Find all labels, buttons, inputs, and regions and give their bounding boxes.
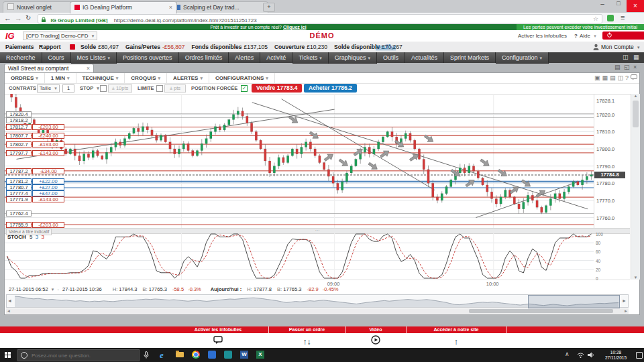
my-account-menu[interactable]: Mon Compte ▾ (593, 42, 640, 53)
chart-menu-croquis[interactable]: CROQUIS▾ (125, 73, 167, 83)
vertical-scrollbar[interactable]: ▲ ▼ (631, 94, 640, 280)
feedback-bubble-icon[interactable] (631, 74, 637, 82)
chart-menu-alertes[interactable]: ALERTES▾ (167, 73, 209, 83)
nav-item-configuration[interactable]: Configuration▾ (496, 52, 549, 64)
account-selector[interactable]: [CFD Trading] Demo-CFD ▾ (23, 32, 97, 40)
help-link[interactable]: Aide ▾ (580, 33, 596, 39)
nav-item-graphiques[interactable]: Graphiques▾ (329, 52, 377, 64)
module-tab-close-icon[interactable]: × (87, 64, 90, 72)
window-maximize-button[interactable]: □ (610, 0, 627, 12)
apps-icon[interactable]: ◫ (623, 54, 629, 60)
size-select[interactable]: Taille ▾ (37, 84, 60, 93)
order-level[interactable]: 17762.4 (6, 210, 32, 217)
chart-menu-technique[interactable]: TECHNIQUE▾ (76, 73, 125, 83)
limit-distance-field[interactable]: ± pts (164, 84, 186, 93)
updown-icon[interactable]: ↑↓ (302, 335, 313, 346)
notification-center-icon[interactable] (636, 352, 643, 359)
word-icon[interactable]: W (240, 351, 248, 359)
scroll-down-icon[interactable]: ▼ (631, 276, 640, 280)
chart-style-icon[interactable]: ▦ (602, 74, 608, 82)
size-stepper[interactable]: 1 (62, 84, 74, 93)
bookmark-star-icon[interactable]: ☆ (593, 15, 598, 23)
order-level[interactable]: 17802.7-£193.00 (6, 141, 64, 147)
cortana-search[interactable] (17, 349, 140, 361)
app-blue-icon[interactable] (208, 351, 216, 359)
nav-item-activit-[interactable]: Activité (260, 52, 292, 63)
tooltips-link[interactable]: Activer les infobulles (518, 33, 567, 39)
chart-menu-1-min[interactable]: 1 MIN▾ (45, 73, 76, 83)
footer-action-2[interactable]: Passer un ordre (268, 326, 346, 333)
nav-item-positions-ouvertes[interactable]: Positions ouvertes (117, 52, 179, 63)
grid-icon[interactable]: ▦ (633, 54, 639, 60)
order-level[interactable]: 17820.4 (6, 111, 32, 117)
url-text[interactable]: https://demo-deal.ig.com/platform/index.… (114, 17, 257, 23)
modify-link[interactable]: Modifier (376, 42, 396, 52)
sell-button[interactable]: Vendre 17783.4 (252, 84, 302, 93)
order-level[interactable]: 17777.4+£47.00 (6, 190, 64, 196)
new-tab-button[interactable]: + (263, 3, 275, 12)
help-icon[interactable]: ? (625, 74, 629, 82)
order-level[interactable]: 17787.2-£34.00 (6, 168, 64, 174)
start-button[interactable] (5, 352, 11, 358)
order-level[interactable]: 17812.7-£203.00 (6, 124, 64, 130)
nav-item-recherche[interactable]: Recherche (0, 52, 42, 63)
up-icon[interactable]: ↑ (451, 335, 462, 346)
close-workspace-icon[interactable]: × (633, 64, 637, 70)
chart-menu-configurations[interactable]: CONFIGURATIONS▾ (209, 73, 275, 83)
chat-icon[interactable] (213, 335, 223, 346)
navigator-window[interactable] (528, 295, 620, 308)
hscroll-left-icon[interactable]: ◄ (7, 308, 11, 314)
nav-item-alertes[interactable]: Alertes (229, 52, 260, 63)
nav-item-sprint-markets[interactable]: Sprint Markets (444, 52, 496, 63)
chart-menu-ordres[interactable]: ORDRES▾ (5, 73, 45, 83)
window-minimize-button[interactable]: – (594, 0, 610, 12)
chevron-down-icon[interactable]: ▾ (52, 287, 54, 292)
limit-checkbox[interactable] (156, 85, 163, 92)
hscroll-right-icon[interactable]: ► (624, 308, 628, 314)
report-link[interactable]: Rapport (39, 42, 61, 52)
order-level[interactable]: 17755.9-£203.00 (6, 222, 64, 228)
back-icon[interactable]: ← (4, 14, 11, 22)
scroll-thumb[interactable] (633, 101, 639, 127)
nav-right-icon[interactable]: ► (622, 298, 627, 303)
promo-link[interactable]: Cliquez ici (283, 25, 307, 29)
nav-left-icon[interactable]: ◄ (7, 298, 12, 303)
nav-item-tickets[interactable]: Tickets▾ (292, 52, 329, 64)
tab-close-icon[interactable]: × (169, 2, 172, 13)
nav-item-actualit-s[interactable]: Actualités (405, 52, 444, 63)
forced-position-checkbox[interactable]: ✓ (241, 85, 248, 92)
layout-icon[interactable]: ▤ (610, 74, 616, 82)
range-from[interactable]: 27-11-2015 06:52 (9, 286, 48, 292)
windows-layout-icon[interactable]: ◫ (617, 74, 623, 82)
browser-menu-icon[interactable]: ≡ (621, 13, 625, 21)
tray-chevron-icon[interactable]: ∧ (565, 351, 570, 357)
order-level[interactable]: 17780.7+£27.00 (6, 184, 64, 190)
window-close-button[interactable]: × (627, 0, 644, 12)
app-teal-icon[interactable] (224, 351, 232, 359)
module-tab-active[interactable]: Wall Street au comptant× (4, 64, 94, 73)
horizontal-scrollbar[interactable]: ◄ ► (6, 308, 629, 314)
snapshot-icon[interactable]: ▣ (594, 74, 600, 82)
footer-action-3[interactable]: Vidéo (345, 326, 407, 333)
logout-button[interactable]: Déconnexion (602, 32, 644, 40)
nav-item-mes-listes[interactable]: Mes Listes▾ (71, 52, 117, 64)
speaker-icon[interactable] (588, 352, 594, 358)
play-icon[interactable] (370, 335, 381, 346)
order-level[interactable]: 17797.7-£143.00 (6, 150, 64, 156)
buy-button[interactable]: Acheter 17786.2 (304, 84, 357, 93)
mic-icon[interactable] (144, 351, 149, 359)
nav-item-ordres-limit-s[interactable]: Ordres limités (179, 52, 229, 63)
help-icon[interactable]: ? (574, 33, 578, 39)
restore-window-icon[interactable]: ◱ (624, 64, 630, 70)
order-level[interactable]: 17771.9-£143.00 (6, 196, 64, 202)
browser-tab-ig-platform[interactable]: IG Dealing Platform × (70, 1, 177, 13)
scroll-up-icon[interactable]: ▲ (631, 94, 640, 98)
stop-checkbox[interactable] (100, 85, 107, 92)
footer-action-4[interactable]: Accéder à notre site (406, 326, 507, 333)
ie-icon[interactable]: e (160, 350, 164, 361)
url-box[interactable]: IG Group Limited [GB] https://demo-deal.… (38, 14, 602, 23)
tile-windows-icon[interactable]: ▤ (614, 64, 621, 70)
range-to[interactable]: 27-11-2015 10:36 (62, 286, 102, 292)
payments-link[interactable]: Paiements (5, 42, 34, 52)
excel-icon[interactable]: X (256, 351, 264, 359)
